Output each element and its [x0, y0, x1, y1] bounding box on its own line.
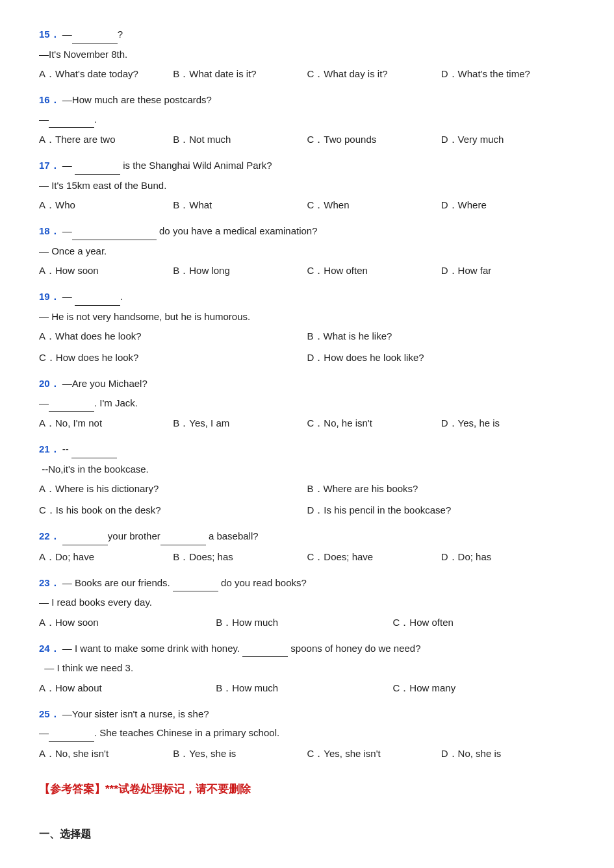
q21-optC: C．Is his book on the desk? — [39, 501, 307, 519]
q22-optA: A．Do; have — [39, 548, 173, 565]
q23-optC: C．How often — [393, 614, 570, 631]
q21-optA: A．Where is his dictionary? — [39, 480, 307, 497]
q23-line2: — I read books every day. — [39, 594, 575, 611]
q19-line1: 19． — . — [39, 288, 575, 306]
q25-options: A．No, she isn't B．Yes, she is C．Yes, she… — [39, 745, 575, 762]
q24-optB: B．How much — [216, 679, 392, 697]
q19-optC: C．How does he look? — [39, 349, 307, 366]
q15-optA: A．What's date today? — [39, 65, 173, 82]
q25-line1: 25． —Your sister isn't a nurse, is she? — [39, 706, 575, 723]
q22-line1: 22． your brother a baseball? — [39, 528, 575, 545]
q15-line1: 15． — ? — [39, 26, 575, 43]
q20-optC: C．No, he isn't — [307, 414, 441, 432]
question-20: 20． —Are you Michael? — . I'm Jack. A．No… — [39, 375, 575, 432]
q17-line1: 17． — is the Shanghai Wild Animal Park? — [39, 157, 575, 175]
q16-line1: 16． —How much are these postcards? — [39, 92, 575, 108]
q18-optD: D．How far — [441, 262, 575, 279]
q25-optD: D．No, she is — [441, 745, 575, 762]
q17-line2: — It's 15km east of the Bund. — [39, 177, 575, 194]
question-19: 19． — . — He is not very handsome, but h… — [39, 288, 575, 366]
q25-optB: B．Yes, she is — [173, 745, 307, 762]
q22-optB: B．Does; has — [173, 548, 307, 565]
question-16: 16． —How much are these postcards? — . A… — [39, 92, 575, 148]
q22-optC: C．Does; have — [307, 548, 441, 565]
question-24: 24． — I want to make some drink with hon… — [39, 640, 575, 697]
q19-options-row1: A．What does he look? B．What is he like? — [39, 327, 575, 345]
q17-optD: D．Where — [441, 196, 575, 214]
q24-optC: C．How many — [393, 679, 570, 697]
q16-line2: — . — [39, 111, 575, 129]
q20-line1: 20． —Are you Michael? — [39, 375, 575, 392]
q23-line1: 23． — Books are our friends. do you read… — [39, 575, 575, 592]
question-21: 21． -- --No,it's in the bookcase. A．Wher… — [39, 441, 575, 519]
question-18: 18． — do you have a medical examination?… — [39, 223, 575, 279]
q21-options-row2: C．Is his book on the desk? D．Is his penc… — [39, 501, 575, 519]
q20-options: A．No, I'm not B．Yes, I am C．No, he isn't… — [39, 414, 575, 432]
q21-optD: D．Is his pencil in the bookcase? — [307, 501, 576, 519]
q19-optB: B．What is he like? — [307, 327, 576, 345]
q18-optC: C．How often — [307, 262, 441, 279]
q25-optC: C．Yes, she isn't — [307, 745, 441, 762]
q21-optB: B．Where are his books? — [307, 480, 576, 497]
q24-options: A．How about B．How much C．How many — [39, 679, 575, 697]
q23-optB: B．How much — [216, 614, 392, 631]
q17-options: A．Who B．What C．When D．Where — [39, 196, 575, 214]
q21-line2: --No,it's in the bookcase. — [39, 461, 575, 478]
q16-optB: B．Not much — [173, 130, 307, 148]
answer-section-header: 【参考答案】***试卷处理标记，请不要删除 — [39, 782, 575, 797]
q18-line1: 18． — do you have a medical examination? — [39, 223, 575, 240]
q24-line1: 24． — I want to make some drink with hon… — [39, 640, 575, 658]
q18-optB: B．How long — [173, 262, 307, 279]
q23-optA: A．How soon — [39, 614, 216, 631]
q15-line2: —It's November 8th. — [39, 46, 575, 63]
q19-options-row2: C．How does he look? D．How does he look l… — [39, 349, 575, 366]
q20-optD: D．Yes, he is — [441, 414, 575, 432]
question-23: 23． — Books are our friends. do you read… — [39, 575, 575, 631]
q16-optC: C．Two pounds — [307, 130, 441, 148]
q19-optD: D．How does he look like? — [307, 349, 576, 366]
q24-optA: A．How about — [39, 679, 216, 697]
question-22: 22． your brother a baseball? A．Do; have … — [39, 528, 575, 565]
q18-line2: — Once a year. — [39, 243, 575, 260]
q16-optA: A．There are two — [39, 130, 173, 148]
q22-options: A．Do; have B．Does; has C．Does; have D．Do… — [39, 548, 575, 565]
q17-optB: B．What — [173, 196, 307, 214]
q19-line2: — He is not very handsome, but he is hum… — [39, 308, 575, 325]
q20-optB: B．Yes, I am — [173, 414, 307, 432]
q18-options: A．How soon B．How long C．How often D．How … — [39, 262, 575, 279]
q25-line2: — . She teaches Chinese in a primary sch… — [39, 725, 575, 742]
q25-optA: A．No, she isn't — [39, 745, 173, 762]
q21-options-row1: A．Where is his dictionary? B．Where are h… — [39, 480, 575, 497]
q15-options: A．What's date today? B．What date is it? … — [39, 65, 575, 82]
q15-optD: D．What's the time? — [441, 65, 575, 82]
q15-optC: C．What day is it? — [307, 65, 441, 82]
q18-optA: A．How soon — [39, 262, 173, 279]
q24-line2: — I think we need 3. — [39, 660, 575, 676]
q23-options: A．How soon B．How much C．How often — [39, 614, 575, 631]
q15-optB: B．What date is it? — [173, 65, 307, 82]
q21-line1: 21． -- — [39, 441, 575, 458]
q16-optD: D．Very much — [441, 130, 575, 148]
q17-optA: A．Who — [39, 196, 173, 214]
q16-options: A．There are two B．Not much C．Two pounds … — [39, 130, 575, 148]
q20-optA: A．No, I'm not — [39, 414, 173, 432]
q19-optA: A．What does he look? — [39, 327, 307, 345]
q20-line2: — . I'm Jack. — [39, 395, 575, 412]
q22-optD: D．Do; has — [441, 548, 575, 565]
question-15: 15． — ? —It's November 8th. A．What's dat… — [39, 26, 575, 82]
question-17: 17． — is the Shanghai Wild Animal Park? … — [39, 157, 575, 214]
sub-header: 一、选择题 — [39, 828, 575, 841]
q17-optC: C．When — [307, 196, 441, 214]
question-25: 25． —Your sister isn't a nurse, is she? … — [39, 706, 575, 762]
